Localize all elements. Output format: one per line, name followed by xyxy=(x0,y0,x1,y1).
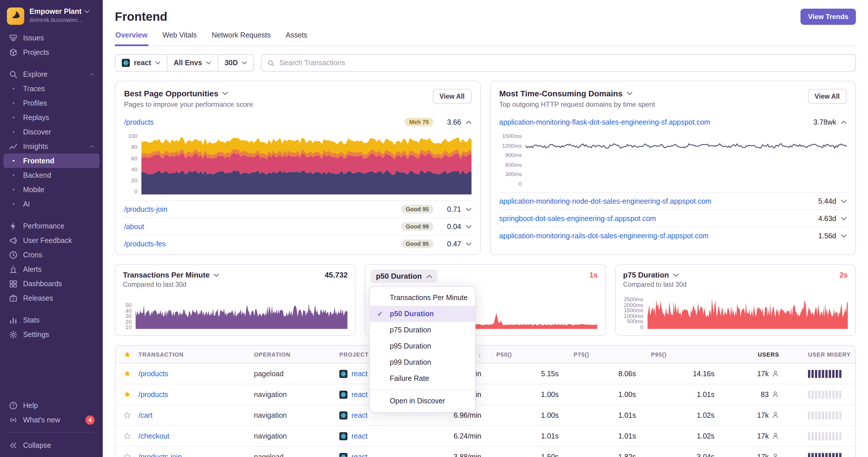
chevron-up-icon[interactable] xyxy=(466,120,471,124)
project-filter[interactable]: react xyxy=(116,55,167,71)
sidebar-item-releases[interactable]: Releases xyxy=(3,291,99,305)
star-cell[interactable] xyxy=(116,391,138,398)
transaction-link[interactable]: /products-join xyxy=(138,453,254,457)
sidebar-item-crons[interactable]: Crons xyxy=(3,248,99,262)
star-icon[interactable] xyxy=(124,351,131,358)
project-link[interactable]: react xyxy=(351,432,368,440)
column-header-operation[interactable]: OPERATION xyxy=(254,351,339,357)
domains-view-all-button[interactable]: View All xyxy=(808,89,847,104)
sidebar-item-insights[interactable]: Insights xyxy=(3,139,99,154)
column-header-star[interactable] xyxy=(116,351,138,358)
chevron-down-icon[interactable] xyxy=(466,225,471,228)
transaction-link[interactable]: /cart xyxy=(138,411,254,419)
domain-row[interactable]: application-monitoring-node-dot-sales-en… xyxy=(499,192,847,209)
menu-item-p95-duration[interactable]: p95 Duration xyxy=(370,338,475,354)
domain-link[interactable]: application-monitoring-rails-dot-sales-e… xyxy=(499,232,708,240)
menu-item-failure-rate[interactable]: Failure Rate xyxy=(370,370,475,387)
sidebar-item-backend[interactable]: Backend xyxy=(3,168,99,182)
domain-link[interactable]: springboot-dot-sales-engineering-sf.apps… xyxy=(499,215,656,223)
view-trends-button[interactable]: View Trends xyxy=(801,9,856,25)
tab-overview[interactable]: Overview xyxy=(115,31,148,46)
domain-link[interactable]: application-monitoring-node-dot-sales-en… xyxy=(499,197,711,205)
column-header-p95[interactable]: P95() xyxy=(651,351,730,357)
sidebar-item-stats[interactable]: Stats xyxy=(3,313,99,327)
star-icon[interactable] xyxy=(124,370,131,378)
page-link[interactable]: /products-fes xyxy=(124,240,166,248)
chevron-down-icon[interactable] xyxy=(841,217,847,220)
sidebar-item-dashboards[interactable]: Dashboards xyxy=(3,276,99,291)
sidebar-item-profiles[interactable]: Profiles xyxy=(3,96,99,110)
page-row-expanded[interactable]: /products Meh 79 3.66 xyxy=(124,114,471,130)
chevron-down-icon[interactable] xyxy=(466,207,471,211)
tab-web-vitals[interactable]: Web Vitals xyxy=(162,31,197,45)
sidebar-item-settings[interactable]: Settings xyxy=(3,327,99,341)
column-header-transaction[interactable]: TRANSACTION xyxy=(138,351,254,357)
page-row[interactable]: /aboutGood 990.04 xyxy=(124,218,471,235)
column-header-user-misery[interactable]: USER MISERY xyxy=(783,351,855,357)
chevron-up-icon[interactable] xyxy=(841,120,847,124)
menu-item-transactions-per-minute[interactable]: Transactions Per Minute xyxy=(370,290,475,306)
star-cell[interactable] xyxy=(116,412,138,419)
sidebar-item-ai[interactable]: AI xyxy=(3,197,99,211)
domain-row-expanded[interactable]: application-monitoring-flask-dot-sales-e… xyxy=(499,114,847,130)
domain-row[interactable]: application-monitoring-rails-dot-sales-e… xyxy=(499,227,847,244)
sidebar-item-performance[interactable]: Performance xyxy=(3,219,99,233)
star-cell[interactable] xyxy=(116,370,138,378)
project-link[interactable]: react xyxy=(351,411,368,419)
transaction-link[interactable]: /products xyxy=(138,369,254,378)
chevron-up-icon[interactable] xyxy=(89,72,95,76)
p50-metric-selector[interactable]: p50 Duration xyxy=(371,269,437,283)
star-outline-icon[interactable] xyxy=(124,412,131,419)
search-input[interactable]: Search Transactions xyxy=(261,54,856,71)
page-link[interactable]: /products-join xyxy=(124,205,167,213)
sidebar-item-traces[interactable]: Traces xyxy=(3,81,99,96)
sidebar-item-mobile[interactable]: Mobile xyxy=(3,182,99,197)
project-link[interactable]: react xyxy=(351,453,368,457)
page-link[interactable]: /products xyxy=(124,118,154,126)
project-link[interactable]: react xyxy=(351,369,368,378)
transaction-link[interactable]: /products xyxy=(138,390,254,398)
chevron-up-icon[interactable] xyxy=(89,144,95,148)
p75-metric-selector[interactable]: p75 Duration xyxy=(623,271,679,279)
menu-item-p99-duration[interactable]: p99 Duration xyxy=(370,354,475,370)
sidebar-item-help[interactable]: ?Help xyxy=(3,398,99,413)
sidebar-item-discover[interactable]: Discover xyxy=(3,125,99,139)
tab-network-requests[interactable]: Network Requests xyxy=(211,31,271,45)
star-outline-icon[interactable] xyxy=(124,432,131,440)
environment-filter[interactable]: All Envs xyxy=(167,55,218,71)
date-range-filter[interactable]: 30D xyxy=(218,55,253,71)
column-header-p50[interactable]: P50() xyxy=(496,351,574,357)
sidebar-item-collapse[interactable]: Collapse xyxy=(3,438,99,452)
sidebar-item-what-s-new[interactable]: What's new4 xyxy=(3,413,99,427)
star-cell[interactable] xyxy=(116,453,138,457)
star-outline-icon[interactable] xyxy=(124,453,131,457)
menu-item-p75-duration[interactable]: p75 Duration xyxy=(370,322,475,338)
chevron-down-icon[interactable] xyxy=(466,242,471,246)
menu-item-p50-duration[interactable]: ✓p50 Duration xyxy=(370,306,475,322)
column-header-p75[interactable]: P75() xyxy=(574,351,651,357)
sidebar-item-explore[interactable]: Explore xyxy=(3,67,99,81)
star-icon[interactable] xyxy=(124,391,131,398)
transaction-link[interactable]: /checkout xyxy=(138,432,254,440)
star-cell[interactable] xyxy=(116,432,138,440)
best-pages-title-row[interactable]: Best Page Opportunities xyxy=(124,89,253,98)
sidebar-item-user-feedback[interactable]: User Feedback xyxy=(3,233,99,248)
sidebar-item-alerts[interactable]: Alerts xyxy=(3,262,99,276)
project-link[interactable]: react xyxy=(351,390,368,398)
sidebar-item-replays[interactable]: Replays xyxy=(3,110,99,125)
sidebar-item-issues[interactable]: Issues xyxy=(3,31,99,45)
domains-title-row[interactable]: Most Time-Consuming Domains xyxy=(499,89,655,98)
column-header-users[interactable]: USERS xyxy=(730,351,783,357)
chevron-down-icon[interactable] xyxy=(841,234,847,237)
page-link[interactable]: /about xyxy=(124,223,144,230)
best-pages-view-all-button[interactable]: View All xyxy=(433,89,471,104)
page-row[interactable]: /products-joinGood 950.71 xyxy=(124,200,471,218)
menu-item-open-in-discover[interactable]: Open in Discover xyxy=(370,393,475,409)
page-row[interactable]: /products-fesGood 950.47 xyxy=(124,235,471,252)
domain-link[interactable]: application-monitoring-flask-dot-sales-e… xyxy=(499,118,710,126)
org-switcher[interactable]: Empower Plant dominik.buszowiec... xyxy=(0,0,103,31)
sidebar-item-frontend[interactable]: Frontend xyxy=(3,154,99,168)
tpm-metric-selector[interactable]: Transactions Per Minute xyxy=(123,271,220,279)
tab-assets[interactable]: Assets xyxy=(285,31,308,45)
sidebar-item-projects[interactable]: Projects xyxy=(3,45,99,59)
